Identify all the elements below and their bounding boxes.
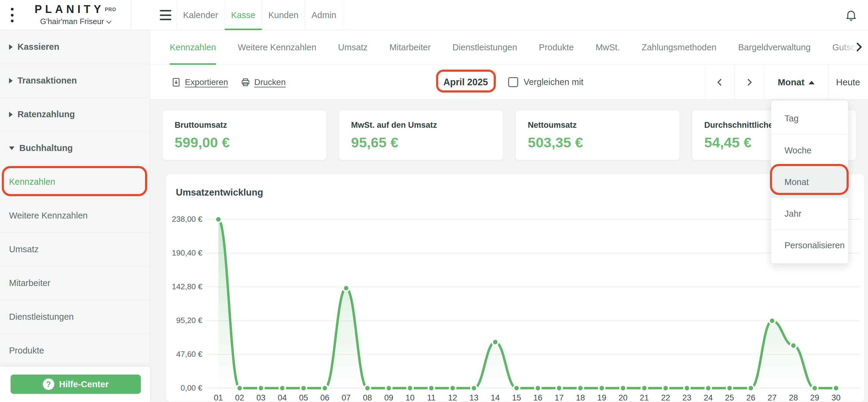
nav-item-label: Kunden xyxy=(269,10,299,20)
x-axis-tick-label: 17 xyxy=(549,393,570,402)
sidebar-group-transaktionen[interactable]: Transaktionen xyxy=(0,64,150,98)
tab-label: Mitarbeiter xyxy=(390,42,431,53)
logo-block[interactable]: PLANITYPRO G'hair'man Friseur xyxy=(24,3,127,26)
x-axis-tick-label: 18 xyxy=(570,393,591,402)
sidebar-item-mitarbeiter[interactable]: Mitarbeiter xyxy=(0,266,150,300)
x-axis-tick-label: 03 xyxy=(250,393,272,402)
sidebar-item-weitere-kennzahlen[interactable]: Weitere Kennzahlen xyxy=(0,199,150,233)
chart-point xyxy=(471,385,477,391)
hamburger-menu-icon[interactable] xyxy=(160,10,171,20)
export-icon xyxy=(171,77,181,88)
sidebar-item-label: Weitere Kennzahlen xyxy=(9,211,88,221)
x-axis-tick-label: 19 xyxy=(591,393,612,402)
compare-checkbox[interactable] xyxy=(508,77,518,87)
x-axis-tick-label: 12 xyxy=(442,393,463,402)
x-axis-tick-label: 29 xyxy=(804,393,825,402)
x-axis-tick-label: 05 xyxy=(293,393,314,402)
tab-produkte[interactable]: Produkte xyxy=(539,30,574,65)
chart-point xyxy=(407,385,413,391)
tab-label: Weitere Kennzahlen xyxy=(238,42,316,53)
x-axis-tick-label: 09 xyxy=(378,393,399,402)
nav-item-kasse[interactable]: Kasse xyxy=(225,0,262,30)
previous-period-button[interactable] xyxy=(705,65,734,99)
sidebar-item-produkte[interactable]: Produkte xyxy=(0,334,150,368)
kpi-card-nettoumsatz: Nettoumsatz503,35 € xyxy=(516,110,680,160)
sidebar-group-ratenzahlung[interactable]: Ratenzahlung xyxy=(0,98,150,131)
tab-dienstleistungen[interactable]: Dienstleistungen xyxy=(453,30,517,65)
account-switcher[interactable]: G'hair'man Friseur xyxy=(24,17,127,26)
notifications-bell-icon[interactable] xyxy=(844,8,858,23)
triangle-down-icon xyxy=(9,146,14,150)
x-axis-tick-label: 30 xyxy=(826,393,846,402)
today-button[interactable]: Heute xyxy=(828,65,868,99)
tab-kennzahlen[interactable]: Kennzahlen xyxy=(170,30,216,65)
triangle-right-icon xyxy=(9,112,13,117)
dropdown-item-tag[interactable]: Tag xyxy=(771,103,848,134)
dropdown-item-monat[interactable]: Monat xyxy=(771,166,848,198)
sidebar-item-umsatz[interactable]: Umsatz xyxy=(0,233,150,266)
nav-item-admin[interactable]: Admin xyxy=(305,0,343,30)
chart-point xyxy=(769,318,775,324)
chevron-down-icon xyxy=(106,19,112,24)
period-unit-dropdown-button[interactable]: Monat xyxy=(764,65,828,99)
compare-label: Vergleichen mit xyxy=(524,77,583,87)
nav-item-kalender[interactable]: Kalender xyxy=(177,0,225,30)
tab-label: MwSt. xyxy=(596,42,620,53)
sidebar-group-kassieren[interactable]: Kassieren xyxy=(0,30,150,64)
export-link[interactable]: Exportieren xyxy=(171,65,228,99)
next-period-button[interactable] xyxy=(734,65,764,99)
chart-point xyxy=(705,385,711,391)
tab-weitere-kennzahlen[interactable]: Weitere Kennzahlen xyxy=(238,30,316,65)
y-axis-tick-label: 238,00 € xyxy=(166,214,203,224)
tab-zahlungsmethoden[interactable]: Zahlungsmethoden xyxy=(642,30,716,65)
kpi-value: 95,65 € xyxy=(351,134,491,151)
current-period-label[interactable]: April 2025 xyxy=(443,65,488,99)
dropdown-item-woche[interactable]: Woche xyxy=(771,134,848,166)
nav-item-kunden[interactable]: Kunden xyxy=(262,0,305,30)
x-axis-tick-label: 28 xyxy=(783,393,804,402)
tab-mwst[interactable]: MwSt. xyxy=(596,30,620,65)
y-axis-tick-label: 190,40 € xyxy=(166,248,203,258)
x-axis-tick-label: 27 xyxy=(762,393,783,402)
chart-point xyxy=(258,385,264,391)
dropdown-item-personalisieren[interactable]: Personalisieren xyxy=(771,229,848,261)
chart-point xyxy=(322,385,328,391)
chart-point xyxy=(279,385,285,391)
dropdown-item-jahr[interactable]: Jahr xyxy=(771,198,848,229)
kpi-card-mwst-auf-den-umsatz: MwSt. auf den Umsatz95,65 € xyxy=(339,110,503,160)
chart-point xyxy=(684,385,690,391)
x-axis-tick-label: 06 xyxy=(314,393,335,402)
tab-umsatz[interactable]: Umsatz xyxy=(338,30,368,65)
printer-icon xyxy=(240,77,251,88)
chart-point xyxy=(492,339,498,345)
active-tab-underline xyxy=(225,29,262,30)
x-axis-tick-label: 26 xyxy=(740,393,762,402)
x-axis-tick-label: 25 xyxy=(719,393,740,402)
nav-item-label: Kalender xyxy=(183,10,218,20)
x-axis-tick-label: 02 xyxy=(229,393,250,402)
logo-pro-badge: PRO xyxy=(105,7,116,12)
chart-point xyxy=(833,385,839,391)
sidebar-item-kennzahlen[interactable]: Kennzahlen xyxy=(0,165,150,199)
tab-bargeldverwaltung[interactable]: Bargeldverwaltung xyxy=(738,30,810,65)
period-unit-dropdown-menu: TagWocheMonatJahrPersonalisieren xyxy=(771,100,848,263)
question-mark-icon: ? xyxy=(43,378,54,390)
sidebar-items: KassierenTransaktionenRatenzahlungBuchha… xyxy=(0,30,150,368)
revenue-chart-card: Umsatzentwicklung 238,00 €190,40 €142,80… xyxy=(166,174,864,402)
x-axis-tick-label: 01 xyxy=(208,393,229,402)
help-center-button[interactable]: ? Hilfe-Center xyxy=(10,375,141,394)
chart-point xyxy=(790,343,797,349)
tab-mitarbeiter[interactable]: Mitarbeiter xyxy=(390,30,431,65)
print-link[interactable]: Drucken xyxy=(240,65,286,99)
x-axis-tick-label: 22 xyxy=(655,393,676,402)
main-nav: KalenderKasseKundenAdmin xyxy=(177,0,343,30)
chart-point xyxy=(514,385,520,391)
compare-control: Vergleichen mit xyxy=(508,65,583,99)
tab-label: Bargeldverwaltung xyxy=(738,42,810,53)
sidebar-item-dienstleistungen[interactable]: Dienstleistungen xyxy=(0,300,150,334)
sidebar-group-buchhaltung[interactable]: Buchhaltung xyxy=(0,131,150,165)
tabs-overflow-chevron-icon[interactable] xyxy=(853,41,865,54)
kebab-menu-icon[interactable] xyxy=(9,8,15,22)
caret-up-icon xyxy=(809,81,815,85)
x-axis-tick-label: 16 xyxy=(527,393,548,402)
